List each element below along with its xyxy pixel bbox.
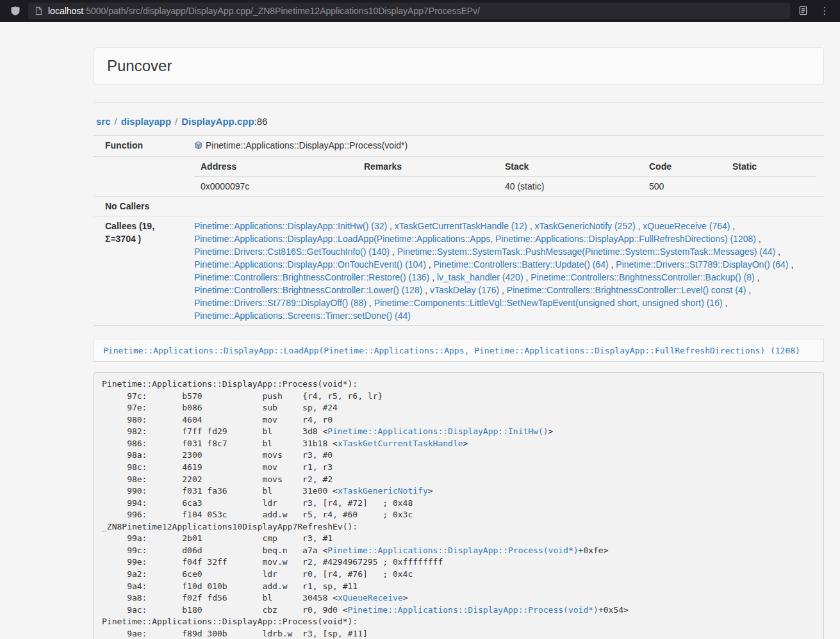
callees-label: Callees (19, Σ=3704 )	[94, 216, 186, 326]
function-table: Function Pinetime::Applications::Display…	[94, 135, 824, 326]
callees-list: Pinetime::Applications::DisplayApp::Init…	[186, 216, 824, 326]
stats-row-label	[94, 157, 186, 197]
function-row: Function Pinetime::Applications::Display…	[94, 136, 824, 157]
stats-table-cell: Address Remarks Stack Code Static 0x0000…	[186, 157, 824, 197]
column-header-code: Code	[643, 157, 726, 177]
page-icon	[34, 6, 43, 15]
url-path: :5000/path/src/displayapp/DisplayApp.cpp…	[83, 6, 480, 16]
no-callers-label: No Callers	[94, 197, 186, 216]
function-label: Function	[94, 136, 186, 157]
column-header-address: Address	[194, 157, 358, 177]
callees-row: Callees (19, Σ=3704 ) Pinetime::Applicat…	[94, 216, 824, 326]
page-title: Puncover	[107, 56, 811, 76]
callee-link[interactable]: Pinetime::Drivers::Cst816S::GetTouchInfo…	[194, 247, 390, 257]
shield-icon-glyph	[10, 6, 21, 16]
stats-header-row: Address Remarks Stack Code Static	[194, 157, 816, 177]
column-header-stack: Stack	[498, 157, 643, 177]
function-name-cell: Pinetime::Applications::DisplayApp::Proc…	[186, 136, 824, 157]
callee-link[interactable]: lv_task_handler (420)	[437, 272, 523, 282]
symbol-cube-icon	[194, 140, 202, 153]
breadcrumb-link-src[interactable]: src	[96, 116, 111, 127]
callee-link[interactable]: Pinetime::Applications::Screens::Timer::…	[194, 311, 411, 321]
url-text: localhost:5000/path/src/displayapp/Displ…	[48, 6, 480, 16]
callee-link[interactable]: Pinetime::Controllers::Battery::Update()…	[434, 259, 609, 270]
callee-link[interactable]: xTaskGetCurrentTaskHandle (12)	[395, 221, 527, 231]
content-container: Puncover src/displayapp/DisplayApp.cpp:8…	[94, 47, 824, 639]
code-symbol-link[interactable]: xQueueReceive	[338, 593, 403, 603]
breadcrumb: src/displayapp/DisplayApp.cpp:86	[96, 116, 824, 127]
column-header-remarks: Remarks	[358, 157, 498, 177]
callee-link[interactable]: xQueueReceive (764)	[643, 221, 730, 231]
stack-value: 40 (static)	[498, 177, 643, 197]
callee-link[interactable]: Pinetime::Applications::DisplayApp::Load…	[194, 234, 756, 244]
symbol-link[interactable]: Pinetime::Applications::DisplayApp::Load…	[103, 346, 800, 355]
callee-link[interactable]: Pinetime::System::SystemTask::PushMessag…	[397, 247, 776, 257]
code-symbol-link[interactable]: Pinetime::Applications::DisplayApp::Init…	[327, 426, 548, 436]
code-symbol-link[interactable]: xTaskGetCurrentTaskHandle	[338, 439, 463, 448]
callee-link[interactable]: Pinetime::Applications::DisplayApp::OnTo…	[194, 259, 426, 270]
callee-link[interactable]: Pinetime::Drivers::St7789::DisplayOn() (…	[616, 259, 788, 270]
callee-link[interactable]: vTaskDelay (176)	[430, 285, 499, 295]
function-stats-row: Address Remarks Stack Code Static 0x0000…	[94, 157, 824, 197]
app-header-panel: Puncover	[94, 47, 824, 85]
url-bar[interactable]: localhost:5000/path/src/displayapp/Displ…	[28, 3, 790, 19]
browser-toolbar: localhost:5000/path/src/displayapp/Displ…	[0, 0, 840, 22]
stats-data-row: 0x0000097c 40 (static) 500	[194, 177, 816, 197]
address-value: 0x0000097c	[194, 177, 358, 197]
divider	[94, 102, 824, 103]
symbol-row: Pinetime::Applications::DisplayApp::Load…	[94, 339, 824, 362]
no-callers-row: No Callers	[94, 197, 824, 216]
reader-mode-icon[interactable]	[794, 3, 812, 19]
code-symbol-link[interactable]: Pinetime::Applications::DisplayApp::Proc…	[327, 546, 578, 555]
url-host: localhost	[48, 6, 83, 16]
callee-link[interactable]: Pinetime::Drivers::St7789::DisplayOff() …	[194, 298, 366, 308]
page-body: Puncover src/displayapp/DisplayApp.cpp:8…	[0, 22, 840, 639]
breadcrumb-line-number: :86	[254, 116, 268, 127]
function-name: Pinetime::Applications::DisplayApp::Proc…	[206, 140, 408, 150]
breadcrumb-link-displayapp[interactable]: displayapp	[121, 116, 171, 127]
callee-link[interactable]: Pinetime::Controllers::BrightnessControl…	[194, 285, 422, 295]
column-header-static: Static	[726, 157, 816, 177]
shield-icon[interactable]	[6, 3, 24, 19]
code-value: 500	[643, 177, 726, 197]
callee-link[interactable]: Pinetime::Components::LittleVgl::SetNewT…	[374, 298, 723, 308]
callee-link[interactable]: Pinetime::Controllers::BrightnessControl…	[194, 272, 429, 282]
overflow-menu-icon[interactable]: ⋮	[816, 3, 834, 19]
static-value	[726, 177, 816, 197]
callee-link[interactable]: xTaskGenericNotify (252)	[534, 221, 635, 231]
callee-link[interactable]: Pinetime::Controllers::BrightnessControl…	[507, 285, 746, 295]
callee-link[interactable]: Pinetime::Applications::DisplayApp::Init…	[194, 221, 387, 231]
breadcrumb-separator: /	[175, 116, 177, 127]
remarks-value	[358, 177, 498, 197]
no-callers-cell	[186, 197, 824, 216]
code-symbol-link[interactable]: xTaskGenericNotify	[338, 486, 428, 496]
breadcrumb-link-file[interactable]: DisplayApp.cpp	[181, 116, 254, 127]
stats-table: Address Remarks Stack Code Static 0x0000…	[194, 157, 816, 196]
callee-link[interactable]: Pinetime::Controllers::BrightnessControl…	[531, 272, 754, 282]
disassembly-block: Pinetime::Applications::DisplayApp::Proc…	[94, 372, 824, 639]
breadcrumb-separator: /	[115, 116, 117, 127]
code-symbol-link[interactable]: Pinetime::Applications::DisplayApp::Proc…	[348, 605, 598, 615]
